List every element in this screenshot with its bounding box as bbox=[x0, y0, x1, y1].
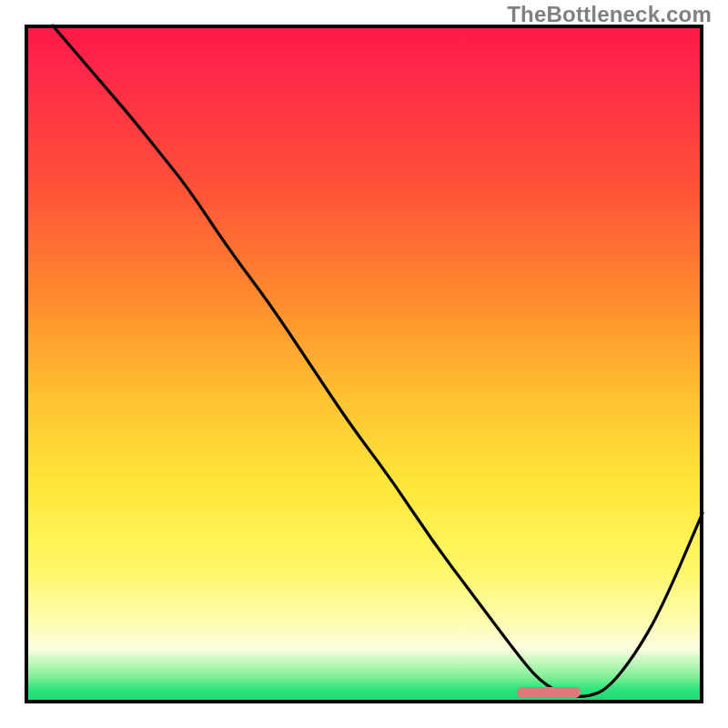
bottleneck-curve bbox=[25, 25, 703, 703]
plot-area bbox=[25, 25, 703, 703]
watermark-text: TheBottleneck.com bbox=[507, 2, 712, 27]
optimal-range-marker bbox=[517, 687, 581, 698]
